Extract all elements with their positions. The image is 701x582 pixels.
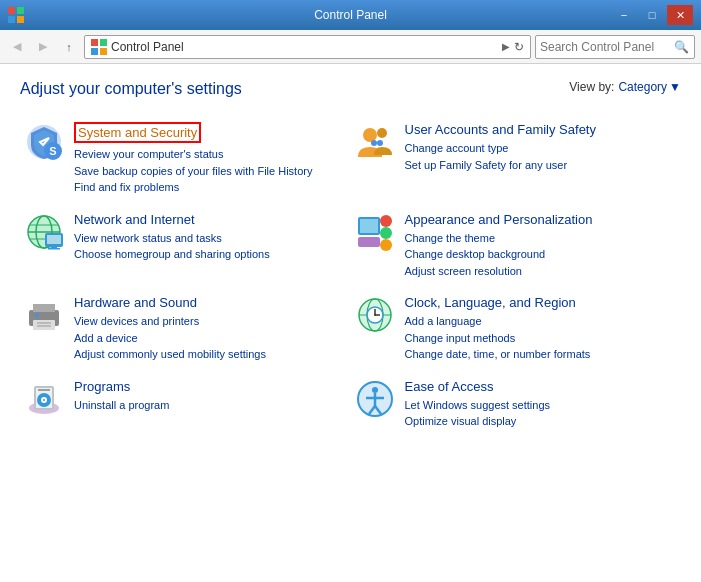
clock-link-0[interactable]: Add a language bbox=[405, 313, 678, 330]
programs-text: Programs Uninstall a program bbox=[74, 379, 347, 414]
app-icon bbox=[8, 7, 24, 23]
network-link-0[interactable]: View network status and tasks bbox=[74, 230, 347, 247]
user-accounts-link-1[interactable]: Set up Family Safety for any user bbox=[405, 157, 678, 174]
user-accounts-title[interactable]: User Accounts and Family Safety bbox=[405, 122, 678, 137]
category-hardware: Hardware and Sound View devices and prin… bbox=[20, 287, 351, 371]
svg-rect-4 bbox=[91, 39, 98, 46]
ease-of-access-link-0[interactable]: Let Windows suggest settings bbox=[405, 397, 678, 414]
title-bar: Control Panel − □ ✕ bbox=[0, 0, 701, 30]
svg-point-45 bbox=[374, 314, 376, 316]
ease-of-access-link-1[interactable]: Optimize visual display bbox=[405, 413, 678, 430]
programs-link-0[interactable]: Uninstall a program bbox=[74, 397, 347, 414]
network-icon bbox=[24, 212, 64, 252]
header-row: Adjust your computer's settings View by:… bbox=[20, 80, 681, 98]
chevron-down-icon: ▼ bbox=[669, 80, 681, 94]
category-user-accounts: User Accounts and Family Safety Change a… bbox=[351, 114, 682, 204]
clock-link-2[interactable]: Change date, time, or number formats bbox=[405, 346, 678, 363]
page-title: Adjust your computer's settings bbox=[20, 80, 242, 98]
svg-rect-23 bbox=[47, 235, 61, 244]
svg-rect-3 bbox=[17, 16, 24, 23]
svg-rect-7 bbox=[100, 48, 107, 55]
clock-icon bbox=[355, 295, 395, 335]
back-button[interactable]: ◀ bbox=[6, 36, 28, 58]
search-box[interactable]: 🔍 bbox=[535, 35, 695, 59]
system-security-link-1[interactable]: Save backup copies of your files with Fi… bbox=[74, 163, 347, 180]
svg-point-14 bbox=[371, 140, 377, 146]
svg-point-30 bbox=[380, 239, 392, 251]
appearance-link-0[interactable]: Change the theme bbox=[405, 230, 678, 247]
hardware-text: Hardware and Sound View devices and prin… bbox=[74, 295, 347, 363]
printer-icon bbox=[25, 296, 63, 334]
svg-rect-33 bbox=[33, 304, 55, 312]
window-controls: − □ ✕ bbox=[611, 5, 693, 25]
programs-icon bbox=[24, 379, 64, 419]
svg-text:S: S bbox=[49, 145, 56, 157]
category-clock: Clock, Language, and Region Add a langua… bbox=[351, 287, 682, 371]
clock-text: Clock, Language, and Region Add a langua… bbox=[405, 295, 678, 363]
appearance-icon bbox=[355, 212, 395, 252]
programs-disc-icon bbox=[25, 380, 63, 418]
address-bar[interactable]: Control Panel ▶ ↻ bbox=[84, 35, 531, 59]
hardware-link-1[interactable]: Add a device bbox=[74, 330, 347, 347]
svg-rect-0 bbox=[8, 7, 15, 14]
up-button[interactable]: ↑ bbox=[58, 36, 80, 58]
system-security-title[interactable]: System and Security bbox=[74, 122, 201, 143]
category-ease-of-access: Ease of Access Let Windows suggest setti… bbox=[351, 371, 682, 438]
network-text: Network and Internet View network status… bbox=[74, 212, 347, 263]
clock-link-1[interactable]: Change input methods bbox=[405, 330, 678, 347]
hardware-title[interactable]: Hardware and Sound bbox=[74, 295, 347, 310]
svg-rect-5 bbox=[100, 39, 107, 46]
search-input[interactable] bbox=[540, 40, 670, 54]
appearance-link-1[interactable]: Change desktop background bbox=[405, 246, 678, 263]
toolbar: ◀ ▶ ↑ Control Panel ▶ ↻ 🔍 bbox=[0, 30, 701, 64]
svg-point-15 bbox=[377, 140, 383, 146]
forward-button[interactable]: ▶ bbox=[32, 36, 54, 58]
minimize-button[interactable]: − bbox=[611, 5, 637, 25]
system-security-link-2[interactable]: Find and fix problems bbox=[74, 179, 347, 196]
view-by-label: View by: bbox=[569, 80, 614, 94]
appearance-title[interactable]: Appearance and Personalization bbox=[405, 212, 678, 227]
maximize-button[interactable]: □ bbox=[639, 5, 665, 25]
close-button[interactable]: ✕ bbox=[667, 5, 693, 25]
network-link-1[interactable]: Choose homegroup and sharing options bbox=[74, 246, 347, 263]
svg-rect-35 bbox=[35, 313, 39, 317]
svg-rect-31 bbox=[358, 237, 380, 247]
category-appearance: Appearance and Personalization Change th… bbox=[351, 204, 682, 288]
appearance-palette-icon bbox=[356, 213, 394, 251]
svg-rect-6 bbox=[91, 48, 98, 55]
category-network: Network and Internet View network status… bbox=[20, 204, 351, 288]
svg-point-51 bbox=[43, 399, 45, 401]
svg-rect-36 bbox=[37, 322, 51, 324]
search-icon: 🔍 bbox=[674, 40, 689, 54]
svg-rect-2 bbox=[8, 16, 15, 23]
network-title[interactable]: Network and Internet bbox=[74, 212, 347, 227]
window-title: Control Panel bbox=[0, 8, 701, 22]
svg-rect-37 bbox=[37, 325, 51, 327]
refresh-icon[interactable]: ↻ bbox=[514, 40, 524, 54]
hardware-link-0[interactable]: View devices and printers bbox=[74, 313, 347, 330]
hardware-link-2[interactable]: Adjust commonly used mobility settings bbox=[74, 346, 347, 363]
programs-title[interactable]: Programs bbox=[74, 379, 347, 394]
ease-of-access-text: Ease of Access Let Windows suggest setti… bbox=[405, 379, 678, 430]
user-accounts-link-0[interactable]: Change account type bbox=[405, 140, 678, 157]
svg-point-28 bbox=[380, 215, 392, 227]
user-accounts-text: User Accounts and Family Safety Change a… bbox=[405, 122, 678, 173]
view-by-value: Category bbox=[618, 80, 667, 94]
system-security-link-0[interactable]: Review your computer's status bbox=[74, 146, 347, 163]
address-arrow: ▶ bbox=[502, 41, 510, 52]
users-icon bbox=[356, 123, 394, 161]
system-security-icon: S bbox=[24, 122, 64, 162]
main-content: Adjust your computer's settings View by:… bbox=[0, 64, 701, 582]
address-bar-icon bbox=[91, 39, 107, 55]
address-path: Control Panel bbox=[111, 40, 498, 54]
svg-rect-25 bbox=[48, 248, 60, 250]
ease-of-access-icon bbox=[355, 379, 395, 419]
clock-title[interactable]: Clock, Language, and Region bbox=[405, 295, 678, 310]
shield-icon: S bbox=[25, 123, 63, 161]
ease-of-access-title[interactable]: Ease of Access bbox=[405, 379, 678, 394]
appearance-link-2[interactable]: Adjust screen resolution bbox=[405, 263, 678, 280]
svg-rect-27 bbox=[360, 219, 378, 233]
view-by-dropdown[interactable]: Category ▼ bbox=[618, 80, 681, 94]
clock-globe-icon bbox=[356, 296, 394, 334]
appearance-text: Appearance and Personalization Change th… bbox=[405, 212, 678, 280]
